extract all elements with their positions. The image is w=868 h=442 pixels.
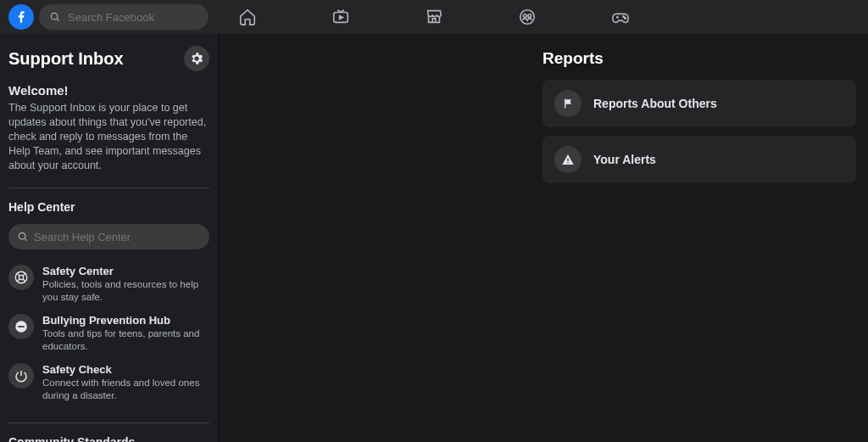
svg-point-7 [19, 233, 25, 240]
divider [8, 187, 209, 188]
alert-triangle-icon [554, 146, 581, 173]
welcome-body: The Support Inbox is your place to get u… [8, 101, 209, 172]
help-center-heading: Help Center [8, 200, 209, 214]
power-icon [8, 363, 34, 389]
sidebar-item-label: Safety Check [42, 363, 209, 376]
sidebar-item-safety-check[interactable]: Safety Check Connect with friends and lo… [8, 358, 209, 407]
nav-home[interactable] [231, 0, 264, 34]
svg-point-6 [625, 18, 626, 19]
card-your-alerts[interactable]: Your Alerts [542, 136, 856, 183]
svg-point-9 [19, 276, 23, 280]
main-content: Reports Reports About Others Your Alerts [219, 34, 868, 442]
sidebar-item-label: Bullying Prevention Hub [42, 314, 209, 327]
sidebar-item-bullying-prevention[interactable]: Bullying Prevention Hub Tools and tips f… [8, 309, 209, 358]
nav-groups[interactable] [510, 0, 544, 34]
facebook-logo[interactable] [8, 4, 34, 30]
global-search[interactable] [39, 4, 209, 30]
help-center-search-input[interactable] [34, 231, 201, 243]
reports-heading: Reports [542, 49, 856, 68]
svg-point-3 [523, 14, 526, 18]
card-reports-about-others[interactable]: Reports About Others [542, 80, 856, 127]
svg-rect-11 [18, 327, 25, 328]
settings-button[interactable] [184, 46, 209, 71]
welcome-heading: Welcome! [8, 83, 209, 98]
main-left-column [231, 49, 542, 442]
page-title: Support Inbox [8, 49, 124, 69]
reports-column: Reports Reports About Others Your Alerts [542, 49, 856, 442]
svg-rect-14 [567, 162, 568, 163]
help-center-search[interactable] [8, 224, 209, 249]
nav-watch[interactable] [324, 0, 358, 34]
svg-rect-12 [565, 99, 565, 109]
nav-marketplace[interactable] [417, 0, 451, 34]
svg-rect-13 [567, 159, 568, 161]
svg-point-0 [51, 13, 58, 20]
report-flag-icon [554, 90, 581, 117]
nav-gaming[interactable] [604, 0, 637, 34]
card-title: Your Alerts [593, 153, 656, 166]
sidebar-item-desc: Tools and tips for teens, parents and ed… [42, 327, 209, 353]
search-icon [17, 231, 29, 243]
svg-point-5 [623, 16, 624, 17]
sidebar-item-label: Safety Center [42, 265, 209, 277]
community-standards-heading: Community Standards [8, 435, 209, 442]
svg-point-4 [528, 14, 531, 18]
card-title: Reports About Others [593, 97, 717, 110]
sidebar-item-desc: Policies, tools and resources to help yo… [42, 278, 209, 304]
gear-icon [189, 51, 204, 66]
top-header [0, 0, 868, 34]
sidebar-item-desc: Connect with friends and loved ones duri… [42, 377, 209, 402]
divider [8, 422, 209, 423]
lifebuoy-icon [8, 265, 34, 290]
sidebar: Support Inbox Welcome! The Support Inbox… [0, 34, 219, 442]
minus-circle-icon [8, 314, 34, 339]
search-icon [49, 11, 61, 23]
sidebar-item-safety-center[interactable]: Safety Center Policies, tools and resour… [8, 260, 209, 309]
global-search-input[interactable] [68, 11, 198, 24]
